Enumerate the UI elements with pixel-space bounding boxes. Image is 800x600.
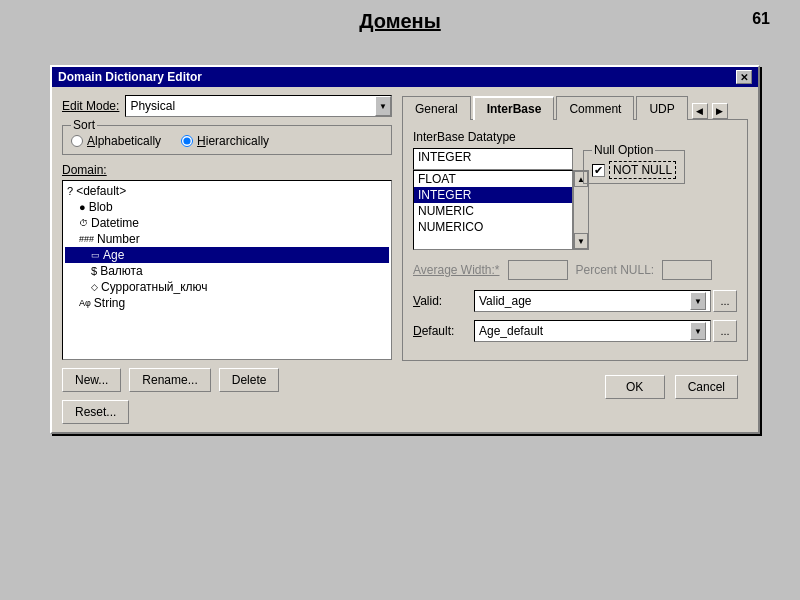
- reset-button[interactable]: Reset...: [62, 400, 129, 424]
- default-label: Default:: [413, 324, 468, 338]
- tab-general-label: General: [415, 102, 458, 116]
- default-select[interactable]: Age_default ▼: [474, 320, 711, 342]
- tree-item-label: Number: [97, 232, 140, 246]
- tab-comment[interactable]: Comment: [556, 96, 634, 120]
- null-option-group: Null Option ✔ NOT NULL: [583, 150, 685, 184]
- domain-tree[interactable]: ? <default> ● Blob ⏱ Datetime ### Number: [62, 180, 392, 360]
- avg-width-input[interactable]: [508, 260, 568, 280]
- new-button[interactable]: New...: [62, 368, 121, 392]
- close-button[interactable]: ✕: [736, 70, 752, 84]
- delete-button-label: Delete: [232, 373, 267, 387]
- datatype-input[interactable]: INTEGER: [413, 148, 573, 170]
- rename-button[interactable]: Rename...: [129, 368, 210, 392]
- cancel-button[interactable]: Cancel: [675, 375, 738, 399]
- tree-item[interactable]: Aφ String: [65, 295, 389, 311]
- sort-alphabetically[interactable]: Alphabetically: [71, 134, 161, 148]
- sort-hierarchically-radio[interactable]: [181, 135, 193, 147]
- default-arrow[interactable]: ▼: [690, 322, 706, 340]
- tab-udp[interactable]: UDP: [636, 96, 687, 120]
- percent-null-label: Percent NULL:: [576, 263, 655, 277]
- valid-arrow[interactable]: ▼: [690, 292, 706, 310]
- tab-interbase-label: InterBase: [487, 102, 542, 116]
- delete-button[interactable]: Delete: [219, 368, 280, 392]
- tree-item[interactable]: ⏱ Datetime: [65, 215, 389, 231]
- datatype-list[interactable]: FLOAT INTEGER NUMERIC NUMERICO: [413, 170, 573, 250]
- tree-item[interactable]: ? <default>: [65, 183, 389, 199]
- null-option-legend: Null Option: [592, 143, 655, 157]
- not-null-checkbox[interactable]: ✔: [592, 164, 605, 177]
- sort-hierarchically[interactable]: Hierarchically: [181, 134, 269, 148]
- percent-null-input[interactable]: [662, 260, 712, 280]
- cancel-button-label: Cancel: [688, 380, 725, 394]
- edit-mode-arrow[interactable]: ▼: [375, 96, 391, 116]
- sort-alphabetically-radio[interactable]: [71, 135, 83, 147]
- tab-comment-label: Comment: [569, 102, 621, 116]
- domain-label: Domain:: [62, 163, 392, 177]
- rename-button-label: Rename...: [142, 373, 197, 387]
- datatype-list-item[interactable]: FLOAT: [414, 171, 572, 187]
- sort-hierarchically-label: Hierarchically: [197, 134, 269, 148]
- tree-item-label: Суррогатный_ключ: [101, 280, 208, 294]
- dialog-titlebar: Domain Dictionary Editor ✕: [52, 67, 758, 87]
- tree-item-label: Валюта: [100, 264, 142, 278]
- sort-group-legend: Sort: [71, 118, 97, 132]
- dialog: Domain Dictionary Editor ✕ Edit Mode: Ph…: [50, 65, 760, 434]
- tab-udp-label: UDP: [649, 102, 674, 116]
- tree-item-age[interactable]: ▭ Age: [65, 247, 389, 263]
- tab-general[interactable]: General: [402, 96, 471, 120]
- edit-mode-label: Edit Mode:: [62, 99, 119, 113]
- valid-browse-button[interactable]: ...: [713, 290, 737, 312]
- avg-width-label: Average Width:*: [413, 263, 500, 277]
- page-number: 61: [752, 10, 770, 28]
- tab-next-button[interactable]: ▶: [712, 103, 728, 119]
- tree-item-label: String: [94, 296, 125, 310]
- ok-button-label: OK: [626, 380, 643, 394]
- edit-mode-value: Physical: [130, 99, 175, 113]
- tree-item[interactable]: ◇ Суррогатный_ключ: [65, 279, 389, 295]
- tree-item[interactable]: ### Number: [65, 231, 389, 247]
- datatype-list-item[interactable]: NUMERIC: [414, 203, 572, 219]
- page-title: Домены: [0, 0, 800, 39]
- dialog-title: Domain Dictionary Editor: [58, 70, 202, 84]
- ok-button[interactable]: OK: [605, 375, 665, 399]
- valid-label: Valid:: [413, 294, 468, 308]
- edit-mode-select[interactable]: Physical ▼: [125, 95, 392, 117]
- sort-alphabetically-label: Alphabetically: [87, 134, 161, 148]
- not-null-label: NOT NULL: [609, 161, 676, 179]
- tab-prev-button[interactable]: ◀: [692, 103, 708, 119]
- datatype-value: INTEGER: [418, 150, 471, 164]
- tree-item-label: Blob: [89, 200, 113, 214]
- reset-button-label: Reset...: [75, 405, 116, 419]
- tree-item[interactable]: $ Валюта: [65, 263, 389, 279]
- datatype-list-item[interactable]: NUMERICO: [414, 219, 572, 235]
- interbase-datatype-label: InterBase Datatype: [413, 130, 737, 144]
- tab-interbase[interactable]: InterBase: [473, 96, 555, 120]
- valid-value: Valid_age: [479, 294, 532, 308]
- valid-select[interactable]: Valid_age ▼: [474, 290, 711, 312]
- datatype-list-item-selected[interactable]: INTEGER: [414, 187, 572, 203]
- new-button-label: New...: [75, 373, 108, 387]
- default-value: Age_default: [479, 324, 543, 338]
- tree-item-label: Datetime: [91, 216, 139, 230]
- tree-item-label: <default>: [76, 184, 126, 198]
- tree-item[interactable]: ● Blob: [65, 199, 389, 215]
- scroll-down-button[interactable]: ▼: [574, 233, 588, 249]
- default-browse-button[interactable]: ...: [713, 320, 737, 342]
- tree-item-label: Age: [103, 248, 124, 262]
